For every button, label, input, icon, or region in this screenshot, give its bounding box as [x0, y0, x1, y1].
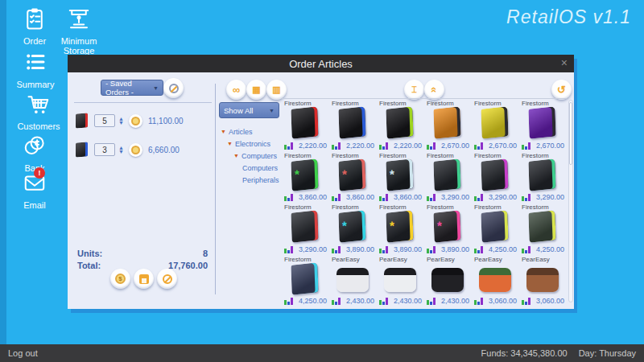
product-card[interactable]: Firestorm * 3,860.00	[377, 151, 424, 204]
product-brand: Firestorm	[379, 204, 407, 211]
product-image	[291, 262, 318, 294]
stock-level-icon	[474, 246, 483, 253]
quantity-input[interactable]	[94, 114, 115, 127]
product-card[interactable]: Firestorm 3,290.00	[472, 151, 519, 204]
product-footer: 2,430.00	[379, 297, 422, 305]
product-grid-scrollbar[interactable]	[568, 100, 573, 302]
product-thumbnail	[76, 113, 88, 128]
product-card[interactable]: Firestorm 2,220.00	[282, 99, 329, 151]
tree-node-label: Computers	[242, 152, 277, 160]
product-footer: 2,220.00	[284, 142, 327, 150]
stock-level-icon	[522, 246, 530, 253]
tree-node[interactable]: ▼ Computers	[221, 150, 277, 162]
product-card[interactable]: PearEasy 2,430.00	[377, 255, 424, 306]
quantity-input[interactable]	[94, 143, 115, 156]
stock-level-icon	[474, 298, 483, 305]
product-card[interactable]: Firestorm * 3,860.00	[329, 151, 377, 204]
item-price-button[interactable]	[129, 114, 142, 128]
tree-node-label: Peripherals	[242, 176, 279, 184]
product-card[interactable]: Firestorm 3,290.00	[282, 203, 329, 255]
product-card[interactable]: Firestorm 2,670.00	[472, 99, 519, 151]
tree-node[interactable]: Peripherals	[221, 174, 277, 186]
product-card[interactable]: PearEasy 2,430.00	[424, 255, 472, 306]
product-image	[336, 268, 369, 292]
product-card[interactable]: PearEasy 2,430.00	[329, 255, 377, 306]
product-card[interactable]: Firestorm 2,670.00	[519, 99, 567, 151]
product-footer: 3,890.00	[379, 245, 422, 253]
product-price: 3,290.00	[536, 193, 564, 201]
funds-display: Funds: 34,345,380.00	[481, 348, 568, 358]
decal-icon: *	[342, 219, 347, 232]
stepper-down-icon[interactable]: ▼	[118, 121, 124, 125]
save-order-button[interactable]	[134, 269, 154, 289]
cancel-order-button[interactable]	[157, 269, 177, 289]
history-button[interactable]: ↺	[551, 80, 572, 100]
product-card[interactable]: Firestorm 3,290.00	[424, 151, 472, 204]
product-card[interactable]: Firestorm 4,250.00	[472, 203, 519, 255]
product-card[interactable]: Firestorm 2,670.00	[424, 99, 472, 151]
stock-level-icon	[522, 194, 530, 201]
product-image: *	[291, 158, 318, 191]
category-filter-label: Show All	[224, 106, 253, 115]
clear-order-button[interactable]	[163, 78, 184, 98]
quantity-stepper[interactable]: ▲▼	[118, 117, 124, 125]
product-card[interactable]: Firestorm 3,290.00	[519, 151, 567, 204]
stock-level-icon	[284, 142, 293, 150]
item-price-button[interactable]	[129, 143, 142, 157]
tree-node[interactable]: ▼ Articles	[221, 125, 277, 138]
product-image: *	[338, 158, 365, 191]
total-label: Total:	[77, 260, 101, 272]
product-card[interactable]: Firestorm 2,220.00	[377, 99, 424, 151]
tree-caret-icon: ▼	[233, 153, 239, 158]
tree-node[interactable]: ▼ Electronics	[221, 138, 277, 150]
product-image	[528, 210, 555, 242]
logout-button[interactable]: Log out	[8, 348, 38, 358]
product-price: 2,220.00	[394, 142, 422, 150]
sidebar-item-customers[interactable]: Customers	[6, 92, 71, 131]
product-image: *	[386, 210, 413, 242]
tree-node[interactable]: Computers	[221, 162, 277, 174]
chevron-down-icon: ▼	[153, 85, 159, 91]
stock-level-icon	[284, 246, 293, 253]
filter-button[interactable]: ⌶	[404, 80, 424, 100]
product-card[interactable]: Firestorm * 3,890.00	[424, 203, 472, 255]
product-footer: 2,670.00	[522, 142, 564, 150]
calculator-button[interactable]: ▦	[246, 80, 266, 100]
sidebar-item-order[interactable]: Order	[11, 6, 58, 46]
product-card[interactable]: Firestorm 4,250.00	[519, 203, 567, 255]
quantity-stepper[interactable]: ▲▼	[118, 146, 124, 154]
product-footer: 2,220.00	[379, 142, 422, 150]
saved-orders-dropdown[interactable]: - Saved Orders - ▼	[101, 80, 163, 96]
product-image: *	[386, 158, 413, 191]
product-card[interactable]: Firestorm 2,220.00	[329, 99, 377, 151]
product-image: *	[433, 210, 460, 242]
product-footer: 3,060.00	[474, 297, 517, 305]
sidebar-item-bank[interactable]: Bank	[11, 134, 58, 173]
product-footer: 2,430.00	[427, 297, 469, 305]
product-price: 3,890.00	[441, 245, 469, 253]
link-order-button[interactable]: ∞	[226, 80, 246, 100]
product-price: 3,060.00	[536, 297, 564, 305]
product-card[interactable]: Firestorm * 3,890.00	[329, 203, 377, 255]
product-card[interactable]: PearEasy 3,060.00	[519, 255, 567, 306]
stepper-down-icon[interactable]: ▼	[118, 150, 124, 154]
collapse-button[interactable]: «	[424, 80, 444, 100]
product-price: 3,860.00	[299, 193, 327, 201]
close-icon[interactable]: ×	[561, 56, 568, 69]
scrollbar-thumb[interactable]	[569, 102, 572, 165]
sidebar-item-email[interactable]: ! Email	[11, 171, 58, 210]
package-button[interactable]: ▥	[266, 80, 287, 100]
product-card[interactable]: PearEasy 3,060.00	[472, 255, 519, 306]
pay-order-button[interactable]: $	[110, 269, 130, 289]
product-price: 3,060.00	[489, 297, 517, 305]
product-card[interactable]: Firestorm * 3,890.00	[377, 203, 424, 255]
category-filter-dropdown[interactable]: Show All ▼	[219, 102, 279, 118]
sidebar-item-minimum-storage[interactable]: Minimum Storage	[55, 6, 103, 56]
product-card[interactable]: Firestorm 4,250.00	[282, 255, 329, 306]
window-title: Order Articles	[289, 58, 353, 70]
product-brand: Firestorm	[522, 204, 549, 211]
product-card[interactable]: Firestorm * 3,860.00	[282, 151, 329, 204]
sidebar-item-label: Summary	[16, 80, 54, 89]
sidebar-item-summary[interactable]: Summary	[6, 50, 64, 89]
package-icon: ▥	[272, 84, 280, 95]
